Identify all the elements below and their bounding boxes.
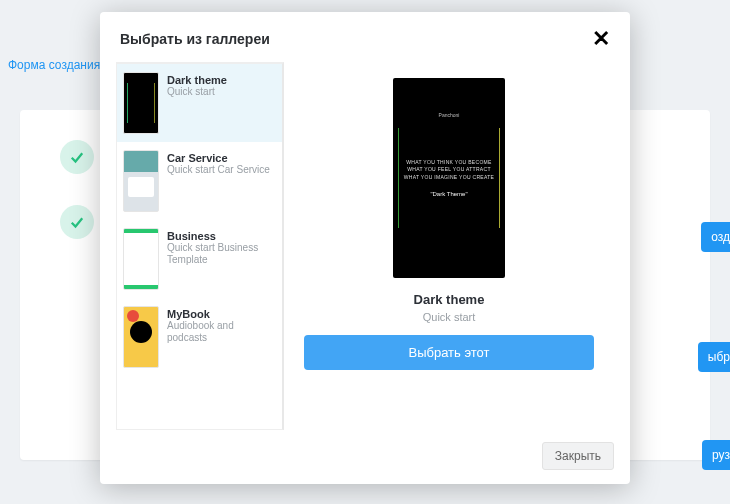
close-icon[interactable]: ✕ xyxy=(592,28,610,50)
phone-theme-name: "Dark Theme" xyxy=(430,191,467,197)
preview-panel: Panchoni WHAT YOU THINK YOU BECOME WHAT … xyxy=(284,62,614,430)
template-item[interactable]: Dark theme Quick start xyxy=(117,64,282,142)
template-title: Business xyxy=(167,230,276,242)
preview-title: Dark theme xyxy=(414,292,485,307)
phone-text: WHAT YOU THINK YOU BECOME WHAT YOU FEEL … xyxy=(404,159,494,182)
template-sub: Quick start Car Service xyxy=(167,164,270,176)
template-item[interactable]: Business Quick start Business Template xyxy=(117,220,282,298)
template-title: MyBook xyxy=(167,308,276,320)
preview-sub: Quick start xyxy=(423,311,476,323)
template-sub: Quick start Business Template xyxy=(167,242,276,266)
template-thumb xyxy=(123,150,159,212)
phone-preview: Panchoni WHAT YOU THINK YOU BECOME WHAT … xyxy=(393,78,505,278)
template-title: Car Service xyxy=(167,152,270,164)
template-title: Dark theme xyxy=(167,74,227,86)
modal-title: Выбрать из галлереи xyxy=(120,31,270,47)
template-thumb xyxy=(123,228,159,290)
template-item[interactable]: Car Service Quick start Car Service xyxy=(117,142,282,220)
template-thumb xyxy=(123,72,159,134)
template-list[interactable]: Dark theme Quick start Car Service Quick… xyxy=(116,62,284,430)
phone-brand: Panchoni xyxy=(439,112,460,118)
modal-footer: Закрыть xyxy=(100,430,630,484)
modal-overlay: Выбрать из галлереи ✕ Dark theme Quick s… xyxy=(0,0,730,504)
modal-header: Выбрать из галлереи ✕ xyxy=(100,12,630,62)
template-sub: Audiobook and podcasts xyxy=(167,320,276,344)
template-item[interactable]: MyBook Audiobook and podcasts xyxy=(117,298,282,376)
close-button[interactable]: Закрыть xyxy=(542,442,614,470)
gallery-modal: Выбрать из галлереи ✕ Dark theme Quick s… xyxy=(100,12,630,484)
template-thumb xyxy=(123,306,159,368)
template-sub: Quick start xyxy=(167,86,227,98)
select-button[interactable]: Выбрать этот xyxy=(304,335,594,370)
